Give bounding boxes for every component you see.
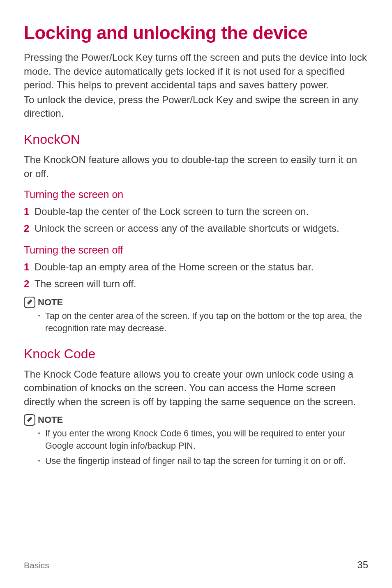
step-text: Unlock the screen or access any of the a… (35, 221, 339, 236)
bullet-text: If you enter the wrong Knock Code 6 time… (45, 427, 368, 452)
intro-paragraph-2: To unlock the device, press the Power/Lo… (24, 93, 368, 120)
knockcode-heading: Knock Code (24, 346, 368, 362)
turning-on-heading: Turning the screen on (24, 189, 368, 201)
footer-section-name: Basics (24, 560, 49, 570)
intro-paragraph-1: Pressing the Power/Lock Key turns off th… (24, 51, 368, 92)
page-footer: Basics 35 (24, 559, 368, 571)
bullet-dot: · (38, 455, 45, 467)
note-label: NOTE (38, 415, 63, 425)
step-text: The screen will turn off. (35, 277, 136, 291)
footer-page-number: 35 (357, 559, 368, 571)
bullet-dot: · (38, 310, 45, 334)
turning-on-step-1: 1 Double-tap the center of the Lock scre… (24, 205, 368, 219)
note-pencil-icon (24, 414, 35, 426)
knockcode-description: The Knock Code feature allows you to cre… (24, 367, 368, 409)
knockcode-bullet-1: · If you enter the wrong Knock Code 6 ti… (24, 427, 368, 452)
step-number: 2 (24, 221, 35, 236)
note-bullet-1: · Tap on the center area of the screen. … (24, 310, 368, 334)
turning-off-heading: Turning the screen off (24, 244, 368, 256)
page-title: Locking and unlocking the device (24, 23, 368, 43)
bullet-text: Tap on the center area of the screen. If… (45, 310, 368, 334)
note-header-2: NOTE (24, 414, 368, 426)
note-label: NOTE (38, 297, 63, 308)
bullet-text: Use the fingertip instead of finger nail… (45, 455, 368, 467)
step-number: 1 (24, 260, 35, 274)
turning-off-step-2: 2 The screen will turn off. (24, 277, 368, 291)
step-number: 2 (24, 277, 35, 291)
knockon-description: The KnockON feature allows you to double… (24, 153, 368, 180)
step-text: Double-tap an empty area of the Home scr… (35, 260, 314, 274)
step-text: Double-tap the center of the Lock screen… (35, 205, 309, 219)
step-number: 1 (24, 205, 35, 219)
note-pencil-icon (24, 297, 35, 308)
note-header: NOTE (24, 297, 368, 308)
knockcode-bullet-2: · Use the fingertip instead of finger na… (24, 455, 368, 467)
knockon-heading: KnockON (24, 132, 368, 147)
turning-off-step-1: 1 Double-tap an empty area of the Home s… (24, 260, 368, 274)
bullet-dot: · (38, 427, 45, 452)
turning-on-step-2: 2 Unlock the screen or access any of the… (24, 221, 368, 236)
